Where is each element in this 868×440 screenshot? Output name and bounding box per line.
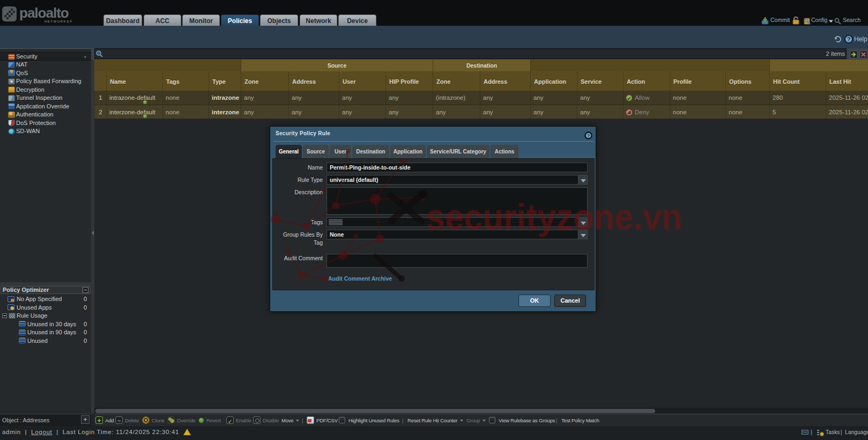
svg-text:?: ? — [587, 133, 590, 138]
svg-text:?: ? — [847, 36, 851, 42]
